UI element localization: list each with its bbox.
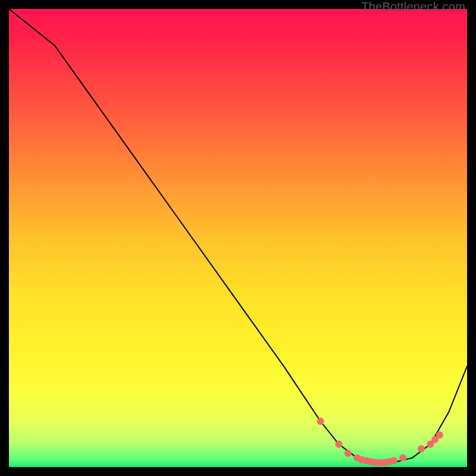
watermark-label: TheBottleneck.com [361, 0, 465, 14]
bottleneck-chart [9, 9, 467, 467]
sample-point [335, 441, 342, 448]
sample-point [345, 450, 352, 457]
sample-point [436, 431, 443, 439]
sample-point [399, 455, 406, 462]
sample-point [418, 445, 425, 452]
sample-point [390, 457, 397, 464]
sample-point [317, 418, 324, 425]
